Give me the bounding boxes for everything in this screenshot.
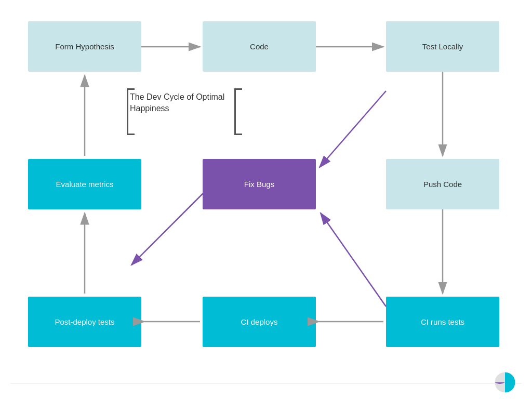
push-code-label: Push Code xyxy=(423,180,462,189)
ci-deploys-label: CI deploys xyxy=(241,317,278,326)
diagram-container: Form Hypothesis Code Test Locally Evalua… xyxy=(0,0,532,399)
box-form-hypothesis: Form Hypothesis xyxy=(28,21,141,72)
arrow-test-to-fixbugs xyxy=(320,91,386,167)
box-push-code: Push Code xyxy=(386,159,499,209)
test-locally-label: Test Locally xyxy=(422,42,463,51)
cycle-label: The Dev Cycle of Optimal Happiness xyxy=(130,91,234,115)
bracket-right-bottom xyxy=(234,134,242,135)
bottom-separator xyxy=(10,383,522,383)
box-fix-bugs: Fix Bugs xyxy=(203,159,316,209)
ci-runs-label: CI runs tests xyxy=(421,317,464,326)
fix-bugs-label: Fix Bugs xyxy=(244,180,274,189)
evaluate-metrics-label: Evaluate metrics xyxy=(56,180,114,189)
bracket-right-top xyxy=(234,88,242,90)
logo-icon xyxy=(494,371,516,394)
arrow-ciruns-to-fixbugs xyxy=(321,213,386,307)
code-label: Code xyxy=(250,42,269,51)
box-code: Code xyxy=(203,21,316,72)
box-test-locally: Test Locally xyxy=(386,21,499,72)
form-hypothesis-label: Form Hypothesis xyxy=(55,42,114,51)
box-ci-deploys: CI deploys xyxy=(203,297,316,347)
post-deploy-label: Post-deploy tests xyxy=(55,317,114,326)
box-post-deploy: Post-deploy tests xyxy=(28,297,141,347)
arrow-fixbugs-to-post xyxy=(131,192,204,265)
box-evaluate-metrics: Evaluate metrics xyxy=(28,159,141,209)
box-ci-runs: CI runs tests xyxy=(386,297,499,347)
